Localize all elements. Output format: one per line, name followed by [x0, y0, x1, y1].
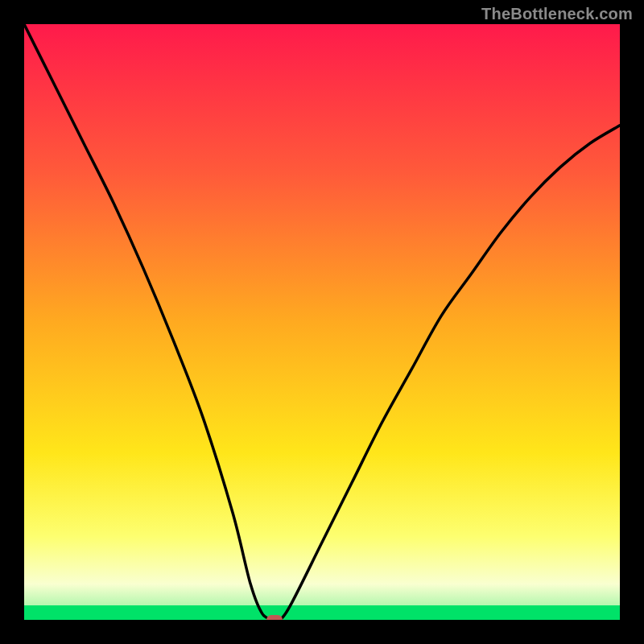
- bottleneck-curve: [24, 24, 620, 620]
- optimal-point-marker: [266, 615, 283, 620]
- watermark-text: TheBottleneck.com: [481, 5, 633, 23]
- plot-area: [24, 24, 620, 620]
- chart-frame: TheBottleneck.com: [0, 0, 644, 644]
